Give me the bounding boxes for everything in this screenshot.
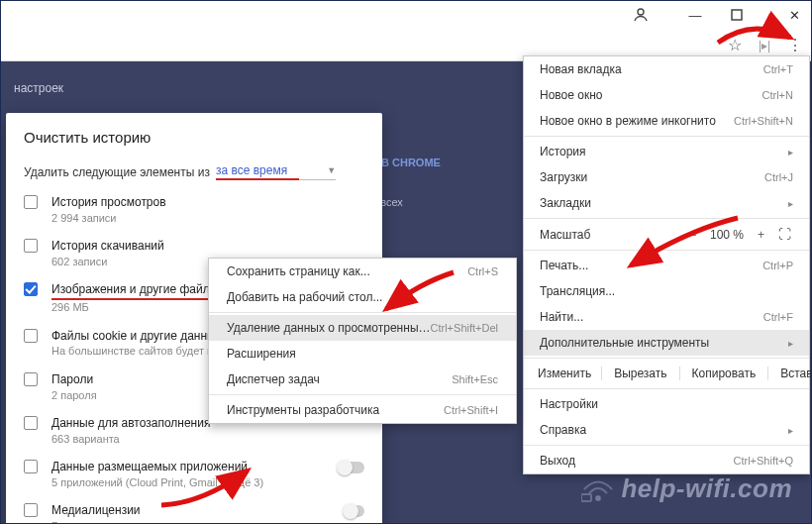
checkbox-label: Данные для автозаполнения663 варианта	[51, 415, 210, 447]
zoom-value: 100 %	[710, 228, 744, 242]
chrome-main-menu: Новая вкладкаCtrl+T Новое окноCtrl+N Нов…	[523, 55, 810, 474]
checkbox-label: МедиалицензииВы можете потерять доступ к…	[51, 502, 331, 524]
menu-exit[interactable]: ВыходCtrl+Shift+Q	[524, 448, 809, 473]
checkbox-row: История просмотров2 994 записи	[24, 194, 364, 226]
menu-icon[interactable]: ⋮	[782, 36, 806, 54]
star-icon[interactable]: ☆	[723, 36, 747, 54]
submenu-add-desktop[interactable]: Добавить на рабочий стол...	[209, 284, 516, 310]
menu-history[interactable]: История▸	[524, 139, 809, 164]
menu-cut[interactable]: Вырезать	[601, 367, 678, 380]
submenu-dev-tools[interactable]: Инструменты разработчикаCtrl+Shift+I	[209, 397, 516, 423]
menu-find[interactable]: Найти...Ctrl+F	[524, 304, 809, 330]
checkbox[interactable]	[24, 282, 38, 296]
menu-settings[interactable]: Настройки	[524, 391, 809, 417]
checkbox[interactable]	[24, 329, 38, 343]
watermark: help-wifi.com	[581, 473, 792, 504]
bg-settings-label: настроек	[14, 81, 63, 95]
minimize-button[interactable]: —	[681, 8, 709, 23]
menu-new-tab[interactable]: Новая вкладкаCtrl+T	[524, 56, 809, 82]
menu-copy[interactable]: Копировать	[679, 367, 768, 380]
zoom-out-button[interactable]: –	[689, 228, 696, 242]
checkbox[interactable]	[24, 372, 38, 386]
menu-edit-row: Изменить Вырезать Копировать Вставить	[524, 361, 809, 386]
svg-rect-1	[732, 10, 742, 20]
checkbox[interactable]	[24, 195, 38, 209]
checkbox[interactable]	[24, 416, 38, 430]
submenu-extensions[interactable]: Расширения	[209, 341, 516, 367]
more-tools-submenu: Сохранить страницу как...Ctrl+S Добавить…	[208, 258, 517, 424]
menu-zoom: Масштаб – 100 % + ⛶	[524, 221, 809, 248]
checkbox-label: Пароли2 пароля	[51, 371, 97, 403]
toggle[interactable]	[345, 505, 364, 517]
checkbox-label: История просмотров2 994 записи	[51, 194, 166, 226]
menu-help[interactable]: Справка▸	[524, 417, 809, 443]
menu-cast[interactable]: Трансляция...	[524, 278, 809, 304]
svg-point-0	[638, 9, 644, 15]
maximize-button[interactable]	[731, 9, 759, 21]
menu-downloads[interactable]: ЗагрузкиCtrl+J	[524, 164, 809, 190]
menu-new-window[interactable]: Новое окноCtrl+N	[524, 82, 809, 108]
menu-paste[interactable]: Вставить	[767, 367, 812, 380]
checkbox[interactable]	[24, 239, 38, 253]
checkbox[interactable]	[24, 503, 38, 517]
time-range-select[interactable]: за все время▼	[216, 163, 336, 180]
menu-more-tools[interactable]: Дополнительные инструменты▸	[524, 330, 809, 356]
checkbox[interactable]	[24, 460, 38, 473]
close-button[interactable]: ✕	[780, 8, 808, 23]
toggle[interactable]	[339, 462, 364, 473]
extension-icon[interactable]: |▸|	[753, 39, 776, 52]
checkbox-row: Данные размещаемых приложений5 приложени…	[24, 459, 364, 490]
dialog-range-label: Удалить следующие элементы из	[24, 165, 210, 179]
submenu-task-manager[interactable]: Диспетчер задачShift+Esc	[209, 367, 516, 392]
account-icon[interactable]	[632, 6, 660, 24]
svg-point-2	[596, 496, 600, 500]
fullscreen-icon[interactable]: ⛶	[778, 227, 793, 242]
svg-rect-3	[581, 494, 591, 501]
bg-chrome-label: В CHROME	[381, 157, 441, 168]
menu-bookmarks[interactable]: Закладки▸	[524, 190, 809, 216]
checkbox-row: МедиалицензииВы можете потерять доступ к…	[24, 502, 364, 524]
checkbox-label: История скачиваний602 записи	[51, 238, 164, 269]
dialog-title: Очистить историю	[24, 129, 364, 146]
submenu-clear-browsing-data[interactable]: Удаление данных о просмотренных страница…	[209, 315, 516, 341]
submenu-save-page[interactable]: Сохранить страницу как...Ctrl+S	[209, 259, 516, 284]
checkbox-label: Данные размещаемых приложений5 приложени…	[51, 459, 263, 490]
menu-print[interactable]: Печать...Ctrl+P	[524, 253, 809, 278]
menu-incognito[interactable]: Новое окно в режиме инкогнитоCtrl+Shift+…	[524, 108, 809, 134]
zoom-in-button[interactable]: +	[758, 228, 764, 242]
